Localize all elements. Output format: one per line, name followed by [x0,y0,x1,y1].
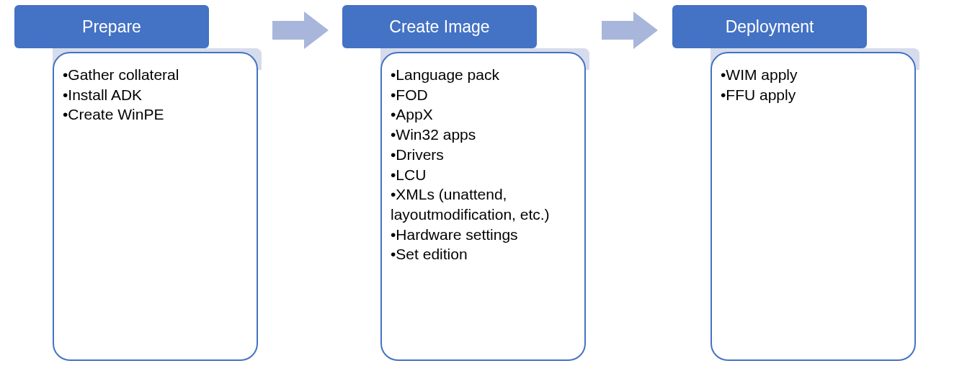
list-item: •FOD [391,85,570,105]
stage-header-create-image: Create Image [342,5,537,48]
diagram-canvas: Prepare •Gather collateral •Install ADK … [0,0,980,371]
list-item: •FFU apply [721,85,900,105]
stage-body-create-image: •Language pack •FOD •AppX •Win32 apps •D… [380,52,586,361]
stage-title: Create Image [389,17,489,37]
list-item: •XMLs (unattend, layoutmodification, etc… [391,184,570,224]
arrow-icon [272,12,329,49]
list-item: •WIM apply [721,65,900,85]
arrow-icon [602,12,658,49]
stage-body-prepare: •Gather collateral •Install ADK •Create … [53,52,258,361]
list-item: •Drivers [391,145,570,165]
list-item: •Win32 apps [391,125,570,145]
list-item: •Create WinPE [63,104,242,125]
list-item: •Gather collateral [63,65,242,85]
svg-marker-0 [272,12,329,49]
list-item: •Hardware settings [391,225,570,245]
stage-title: Deployment [726,17,814,37]
stage-body-deployment: •WIM apply •FFU apply [710,52,916,361]
stage-header-deployment: Deployment [672,5,867,48]
stage-title: Prepare [82,17,141,37]
list-item: •Install ADK [63,85,242,105]
list-item: •Language pack [391,65,570,85]
stage-header-prepare: Prepare [14,5,209,48]
list-item: •LCU [391,165,570,185]
list-item: •Set edition [391,244,570,264]
svg-marker-1 [602,12,658,49]
list-item: •AppX [391,104,570,125]
